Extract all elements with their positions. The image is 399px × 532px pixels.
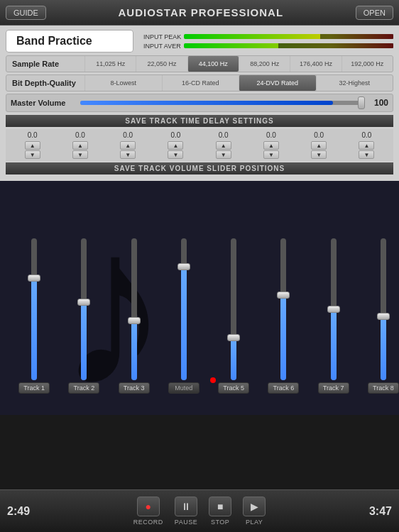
td-arrows-3: ▲ ▼ — [168, 141, 183, 159]
track-col-2: Track 3 — [119, 238, 150, 394]
stop-button[interactable]: ■ STOP — [209, 497, 231, 526]
td-up-7[interactable]: ▲ — [359, 141, 374, 150]
bit-depth-opt-3[interactable]: 32-Highest — [316, 75, 393, 91]
td-val-4: 0.0 — [200, 131, 247, 139]
td-up-6[interactable]: ▲ — [311, 141, 327, 150]
track-slider-5[interactable] — [280, 238, 286, 380]
input-peak-bar — [184, 34, 393, 39]
track-name[interactable]: Band Practice — [6, 30, 133, 52]
td-down-6[interactable]: ▼ — [311, 150, 327, 159]
track-slider-2[interactable] — [131, 238, 137, 380]
track-label-5[interactable]: Track 6 — [268, 382, 299, 394]
track-label-7[interactable]: Track 8 — [368, 382, 399, 394]
record-label: RECORD — [133, 519, 163, 526]
track-label-3[interactable]: Muted — [168, 382, 200, 394]
td-val-3: 0.0 — [152, 131, 200, 139]
td-up-0[interactable]: ▲ — [25, 141, 40, 150]
td-val-7: 0.0 — [343, 131, 390, 139]
td-down-3[interactable]: ▼ — [168, 150, 183, 159]
track-col-6: Track 7 — [318, 238, 349, 394]
sample-rate-opt-4[interactable]: 176,400 Hz — [290, 56, 341, 72]
td-arrows-4: ▲ ▼ — [216, 141, 231, 159]
sample-rate-opt-0[interactable]: 11,025 Hz — [84, 56, 136, 72]
pause-icon: ⏸ — [175, 497, 197, 516]
main-controls: Band Practice INPUT PEAK INPUT AVER Samp… — [0, 26, 399, 181]
bit-depth-opt-1[interactable]: 16-CD Rated — [162, 75, 239, 91]
td-up-4[interactable]: ▲ — [216, 141, 231, 150]
track-col-1: Track 2 — [68, 238, 99, 394]
td-val-5: 0.0 — [247, 131, 295, 139]
td-arrows-6: ▲ ▼ — [311, 141, 327, 159]
volume-sliders-header: SAVE TRACK VOLUME SLIDER POSITIONS — [6, 162, 393, 174]
bit-depth-label: Bit Depth-Quality — [6, 79, 84, 87]
transport-controls: ● RECORD ⏸ PAUSE ■ STOP ▶ PLAY — [39, 497, 360, 526]
time-delay-header: SAVE TRACK TIME DELAY SETTINGS — [6, 115, 393, 127]
play-icon: ▶ — [243, 497, 266, 516]
input-aver-label: INPUT AVER — [143, 43, 393, 50]
td-arrows-5: ▲ ▼ — [263, 141, 279, 159]
peak-meters: INPUT PEAK INPUT AVER — [138, 33, 393, 50]
track-name-row: Band Practice INPUT PEAK INPUT AVER — [6, 30, 393, 52]
td-down-2[interactable]: ▼ — [120, 150, 136, 159]
td-arrows-7: ▲ ▼ — [359, 141, 374, 159]
track-label-1[interactable]: Track 2 — [68, 382, 99, 394]
play-button[interactable]: ▶ PLAY — [243, 497, 266, 526]
td-down-0[interactable]: ▼ — [25, 150, 40, 159]
td-down-4[interactable]: ▼ — [216, 150, 231, 159]
app-title: AUDIOSTAR PROFESSIONAL — [119, 6, 284, 18]
sample-rate-row: Sample Rate 11,025 Hz 22,050 Hz 44,100 H… — [6, 55, 393, 72]
track-label-4[interactable]: Track 5 — [218, 382, 249, 394]
track-col-7: Track 8 — [368, 238, 399, 394]
track-col-4: Track 5 — [218, 238, 249, 394]
app-header: GUIDE AUDIOSTAR PROFESSIONAL OPEN — [0, 0, 399, 26]
td-val-6: 0.0 — [295, 131, 343, 139]
td-down-5[interactable]: ▼ — [263, 150, 279, 159]
td-arrows-0: ▲ ▼ — [25, 141, 40, 159]
track-slider-7[interactable] — [381, 238, 386, 380]
track-slider-4[interactable] — [231, 238, 236, 380]
time-end: 3:47 — [360, 505, 392, 518]
bit-depth-opt-2[interactable]: 24-DVD Rated — [239, 75, 316, 91]
td-val-0: 0.0 — [9, 131, 56, 139]
stop-icon: ■ — [209, 497, 231, 516]
track-slider-6[interactable] — [331, 238, 337, 380]
record-button[interactable]: ● RECORD — [133, 497, 163, 526]
open-button[interactable]: OPEN — [356, 6, 393, 20]
td-val-2: 0.0 — [104, 131, 152, 139]
track-col-5: Track 6 — [268, 238, 299, 394]
transport-bar: 2:49 ● RECORD ⏸ PAUSE ■ STOP ▶ PLAY 3:47 — [0, 489, 399, 532]
volume-slider[interactable] — [80, 101, 361, 105]
track-label-0[interactable]: Track 1 — [18, 382, 50, 394]
volume-value: 100 — [367, 98, 388, 108]
track-col-3: Muted — [168, 238, 200, 394]
pause-label: PAUSE — [175, 519, 197, 526]
time-delay-area: 0.0 0.0 0.0 0.0 0.0 0.0 0.0 0.0 ▲ ▼ ▲ ▼ … — [6, 129, 393, 161]
td-val-1: 0.0 — [56, 131, 104, 139]
sample-rate-opt-1[interactable]: 22,050 Hz — [136, 56, 187, 72]
td-down-1[interactable]: ▼ — [72, 150, 88, 159]
td-up-5[interactable]: ▲ — [263, 141, 279, 150]
td-up-2[interactable]: ▲ — [120, 141, 136, 150]
td-down-7[interactable]: ▼ — [359, 150, 374, 159]
stop-label: STOP — [211, 519, 229, 526]
track-label-2[interactable]: Track 3 — [119, 382, 150, 394]
guide-button[interactable]: GUIDE — [6, 6, 46, 20]
input-peak-label: INPUT PEAK — [143, 33, 393, 40]
sample-rate-opt-2[interactable]: 44,100 Hz — [187, 56, 239, 72]
master-volume-row: Master Volume 100 — [6, 94, 393, 112]
pause-button[interactable]: ⏸ PAUSE — [175, 497, 197, 526]
bit-depth-row: Bit Depth-Quality 8-Lowest 16-CD Rated 2… — [6, 74, 393, 92]
track-label-6[interactable]: Track 7 — [318, 382, 349, 394]
td-arrows-2: ▲ ▼ — [120, 141, 136, 159]
td-up-3[interactable]: ▲ — [168, 141, 183, 150]
track-slider-0[interactable] — [31, 238, 37, 380]
track-slider-1[interactable] — [81, 238, 87, 380]
track-slider-3[interactable] — [181, 238, 187, 380]
sample-rate-opt-5[interactable]: 192,000 Hz — [341, 56, 393, 72]
master-volume-label: Master Volume — [11, 99, 75, 107]
sliders-area: ♪ Track 1 Track 2 Track 3 Muted Track 5 — [0, 181, 399, 415]
time-start: 2:49 — [7, 505, 39, 518]
td-up-1[interactable]: ▲ — [72, 141, 88, 150]
sample-rate-opt-3[interactable]: 88,200 Hz — [239, 56, 290, 72]
bit-depth-opt-0[interactable]: 8-Lowest — [84, 75, 162, 91]
